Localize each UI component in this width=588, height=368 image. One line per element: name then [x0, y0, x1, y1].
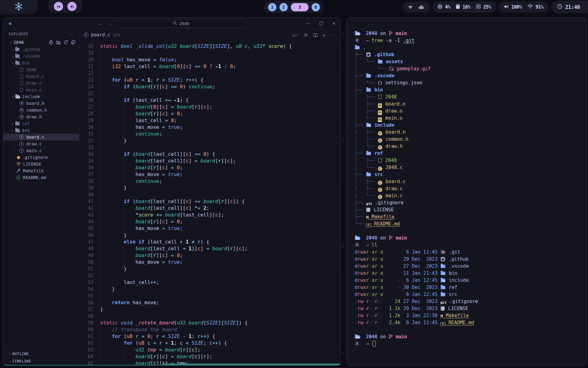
terminal-line: └── M↓ README.md — [355, 220, 580, 228]
wifi-stat[interactable]: 91% — [527, 4, 544, 10]
audio-network-pill[interactable]: 100%91% — [499, 2, 548, 13]
folder-icon — [441, 265, 445, 268]
skip-back-button[interactable] — [54, 2, 63, 11]
explorer-item-.github[interactable]: ›.github — [3, 46, 79, 53]
explorer-item-src[interactable]: ›src — [3, 127, 79, 134]
explorer-item-board.h[interactable]: Hboard.h — [3, 100, 79, 107]
folder-icon — [378, 60, 383, 63]
c-file-icon: C — [84, 33, 89, 37]
launcher-segment[interactable] — [0, 0, 37, 14]
terminal-window[interactable]: 2048 on main → tree -a -I .git .├── .git… — [346, 17, 587, 366]
editor-tab-bar[interactable]: C board.c src ▷∨ × ··· — [79, 29, 340, 41]
explorer-item-draw.h[interactable]: Hdraw.h — [3, 113, 79, 120]
volume-stat[interactable]: 100% — [504, 4, 522, 10]
code-line-23: 23 for (u8 r = 1; r < SIZE; r++) { — [79, 77, 340, 83]
explorer-title: EXPLORER — [9, 32, 28, 36]
explorer-item-Makefile[interactable]: Makefile — [3, 167, 79, 174]
nix-snowflake-icon[interactable] — [14, 2, 23, 12]
code-line-52: 52 — [79, 272, 340, 279]
tab-filename[interactable]: board.c — [91, 32, 110, 38]
clock-pill[interactable]: 21:46 — [552, 1, 588, 13]
workspace-1-button[interactable]: 1 — [268, 3, 277, 11]
close-button[interactable]: × — [332, 21, 335, 26]
outline-panel[interactable]: › OUTLINE — [3, 350, 79, 357]
terminal-line: drwxr-xr-x - 6 Jan 12:45 .git — [355, 249, 580, 256]
collapse-all-icon[interactable] — [71, 40, 75, 44]
gear-icon[interactable] — [303, 33, 308, 37]
explorer-item-ref[interactable]: ›ref — [3, 120, 79, 127]
line-number: 63 — [79, 347, 93, 353]
run-button[interactable]: ▷∨ — [293, 33, 298, 37]
markdown-file-icon: M↓ — [440, 322, 446, 326]
terminal-line: drwxr-xr-x - 27 Dec 2023 .vscode — [355, 263, 580, 270]
split-editor-icon[interactable] — [313, 33, 317, 37]
explorer-item-main.o[interactable]: main.o — [3, 86, 79, 93]
maximize-button[interactable] — [319, 22, 323, 25]
horizontal-scrollbar[interactable] — [162, 364, 340, 365]
explorer-item-main.c[interactable]: Cmain.c — [3, 147, 79, 154]
terminal-line: drwxr-xr-x - 29 Dec 2023 .github — [355, 256, 580, 263]
explorer-item-.vscode[interactable]: ›.vscode — [3, 53, 79, 59]
explorer-item-draw.o[interactable]: draw.o — [3, 80, 79, 86]
explorer-item-bin[interactable]: ›bin — [3, 59, 79, 66]
nav-forward-button[interactable]: → — [107, 21, 112, 26]
explorer-item-draw.c[interactable]: Cdraw.c — [3, 140, 79, 147]
line-number: 35 — [79, 158, 93, 164]
code-line-31: 31 continue; — [79, 131, 340, 137]
explorer-item-LICENSE[interactable]: LICENSE — [3, 161, 79, 167]
explorer-item-board.o[interactable]: board.o — [3, 73, 79, 80]
explorer-item-common.h[interactable]: Hcommon.h — [3, 107, 79, 113]
line-number: 43 — [79, 212, 93, 218]
explorer-more-icon[interactable]: ··· — [69, 32, 74, 36]
line-number: 46 — [79, 232, 93, 239]
line-number: 32 — [79, 137, 93, 144]
line-number: 33 — [79, 144, 93, 151]
code-line-40: 40 — [79, 191, 340, 198]
new-file-icon[interactable] — [49, 40, 53, 44]
code-area[interactable]: 18static bool _slide_col(u32 board[SIZE]… — [79, 41, 340, 365]
close-editor-icon[interactable]: × — [322, 33, 325, 38]
skip-forward-button[interactable] — [67, 2, 77, 11]
explorer-item-include[interactable]: ›include — [3, 93, 79, 100]
new-folder-icon[interactable] — [56, 40, 61, 44]
editor-titlebar[interactable]: ← → 2048 × — [3, 18, 340, 29]
nix-snowflake-icon — [355, 38, 360, 45]
makefile-hammer-icon — [16, 168, 21, 174]
terminal-line: 2048 on main — [355, 235, 580, 242]
code-line-26: 26 if (last_cell == -1) { — [79, 97, 340, 104]
line-number: 36 — [79, 164, 93, 171]
open-folder-icon — [355, 32, 360, 35]
item-label: draw.o — [26, 81, 42, 86]
explorer-root-folder[interactable]: › 2048 — [3, 39, 79, 46]
editor-pane: C board.c src ▷∨ × ··· 18static bool _sl… — [79, 29, 340, 365]
explorer-item-.gitignore[interactable]: .gitignore — [3, 154, 79, 161]
terminal-line: .rw-r--r-- 1.2k 3 Jan 22:30 M Makefile — [355, 312, 580, 319]
system-stats-pill[interactable]: 4%16%25% — [432, 2, 496, 13]
object-file-icon: 01 — [378, 110, 382, 115]
line-number: 62 — [79, 340, 93, 347]
c-file-icon: C — [378, 167, 382, 171]
terminal-line: │ ├── 2048 — [355, 94, 580, 101]
code-line-45: 45 has_move = true; — [79, 225, 340, 232]
timeline-panel[interactable]: › TIMELINE — [3, 357, 79, 365]
explorer-item-board.c[interactable]: Cboard.c — [3, 134, 79, 140]
workspace-2-button[interactable]: 2 — [280, 3, 288, 11]
line-number: 58 — [79, 313, 93, 320]
tray-pill[interactable] — [403, 2, 430, 13]
terminal-line: ├── include — [355, 122, 580, 129]
workspace-8-button[interactable]: 8 — [312, 3, 320, 11]
item-label: LICENSE — [23, 162, 41, 167]
workspace-3-button[interactable]: 3 — [291, 3, 309, 11]
cloud-icon[interactable] — [418, 5, 425, 9]
command-search-input[interactable]: 2048 — [117, 19, 245, 28]
refresh-icon[interactable] — [64, 40, 68, 44]
explorer-item-README.md[interactable]: iREADME.md — [3, 174, 79, 181]
explorer-item-2048[interactable]: 2048 — [3, 66, 79, 73]
nav-back-button[interactable]: ← — [98, 21, 103, 26]
code-line-30: 30 has_move = true; — [79, 124, 340, 131]
git-icon: git — [440, 301, 447, 304]
minimize-button[interactable] — [306, 23, 310, 24]
vpn-wifi-icon[interactable] — [408, 5, 413, 9]
more-actions-icon[interactable]: ··· — [330, 33, 335, 37]
line-number: 21 — [79, 63, 93, 70]
